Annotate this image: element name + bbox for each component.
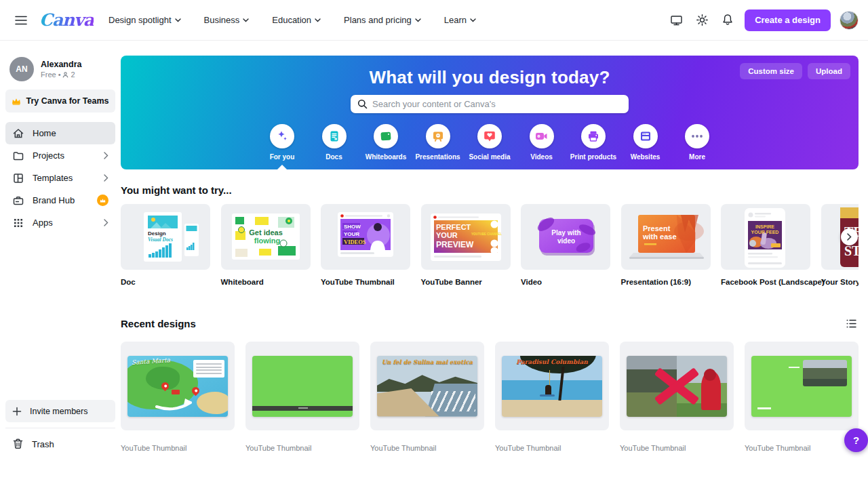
design-thumbnail	[252, 356, 353, 417]
nav-business[interactable]: Business	[204, 15, 250, 25]
category-whiteboards[interactable]: Whiteboards	[360, 124, 412, 161]
recent-design-label: YouTube Thumbnail	[370, 444, 484, 452]
help-button[interactable]: ?	[844, 428, 868, 452]
video-line1: Play with	[551, 229, 580, 237]
banner-line1: PERFECT	[436, 223, 471, 231]
recent-design-3[interactable]: Un fel de Sulina mai exotica	[370, 342, 484, 430]
active-category-indicator	[277, 165, 287, 169]
try-canva-for-teams-button[interactable]: Try Canva for Teams	[5, 89, 115, 113]
recent-design-6[interactable]	[745, 342, 859, 430]
category-docs[interactable]: Docs	[308, 124, 360, 161]
display-icon[interactable]	[669, 13, 684, 28]
user-avatar[interactable]	[840, 11, 859, 30]
category-social-media[interactable]: Social media	[464, 124, 516, 161]
sidebar-item-trash[interactable]: Trash	[5, 434, 115, 454]
chevron-down-icon	[175, 18, 181, 22]
chevron-down-icon	[470, 18, 476, 22]
category-more[interactable]: More	[671, 124, 724, 161]
template-card-label: YouTube Thumbnail	[321, 278, 410, 286]
design-thumbnail	[751, 356, 852, 417]
category-for-you[interactable]: For you	[256, 124, 309, 161]
whiteboard-preview-line2: flowing	[254, 237, 280, 245]
menu-icon[interactable]	[9, 9, 33, 32]
upload-button[interactable]: Upload	[808, 63, 850, 79]
nav-education[interactable]: Education	[272, 15, 321, 25]
recent-design-label: YouTube Thumbnail	[620, 444, 734, 452]
chevron-right-icon	[104, 174, 108, 182]
crown-icon	[12, 98, 21, 105]
home-icon	[12, 127, 24, 140]
crown-icon	[100, 198, 106, 203]
sidebar-item-home[interactable]: Home	[5, 122, 115, 144]
design-thumbnail	[627, 356, 727, 417]
search-icon	[357, 99, 368, 109]
template-card-youtube-thumbnail[interactable]: SHOW YOUR VIDEOS YouTube Thumbnail	[321, 204, 410, 286]
main-content: Custom size Upload What will you design …	[121, 41, 859, 488]
recent-design-5[interactable]	[620, 342, 734, 430]
template-card-whiteboard[interactable]: Get ideas flowing Whiteboard	[221, 204, 311, 286]
category-presentations[interactable]: Presentations	[412, 124, 464, 161]
presentation-line1: Present	[643, 224, 671, 232]
category-websites[interactable]: Websites	[619, 124, 671, 161]
template-card-your-story[interactable]: TELL STORY Your Story	[821, 204, 859, 286]
settings-gear-icon[interactable]	[694, 13, 709, 28]
recent-design-1[interactable]: Santa Marta	[121, 342, 235, 430]
template-card-video[interactable]: Play with video Video	[521, 204, 610, 286]
template-card-label: Your Story	[821, 278, 859, 286]
video-line2: video	[557, 237, 575, 245]
search-input[interactable]	[351, 95, 629, 113]
create-a-design-button[interactable]: Create a design	[745, 9, 831, 31]
briefcase-icon	[12, 195, 24, 207]
design-thumbnail: Un fel de Sulina mai exotica	[377, 356, 477, 417]
chevron-down-icon	[315, 18, 321, 22]
nav-design-spotlight[interactable]: Design spotlight	[108, 15, 181, 25]
recent-design-label: YouTube Thumbnail	[745, 444, 859, 452]
category-print-products[interactable]: Print products	[568, 124, 620, 161]
template-card-doc[interactable]: Design Visual Docs Doc	[121, 204, 210, 286]
nav-learn[interactable]: Learn	[444, 15, 476, 25]
trash-icon	[12, 438, 24, 450]
chevron-right-icon	[104, 152, 108, 159]
template-card-presentation[interactable]: Present with ease Presentation (16:9)	[621, 204, 711, 286]
template-card-facebook-post[interactable]: INSPIRE YOUR FEED Facebook Post (Landsca…	[721, 204, 810, 286]
sidebar-item-brand-hub[interactable]: Brand Hub	[5, 189, 115, 211]
doc-preview-line2: Visual Docs	[148, 237, 173, 243]
recent-design-4[interactable]: Paradisul Columbian	[495, 342, 609, 430]
chevron-down-icon	[415, 18, 421, 22]
doc-preview-line1: Design	[148, 230, 166, 237]
sidebar-item-apps[interactable]: Apps	[5, 211, 115, 234]
nav-plans-and-pricing[interactable]: Plans and pricing	[344, 15, 421, 25]
thumbnail-title: Paradisul Columbian	[502, 359, 602, 365]
template-card-label: Whiteboard	[221, 278, 311, 286]
recent-design-label: YouTube Thumbnail	[121, 444, 235, 452]
chevron-down-icon	[243, 18, 249, 22]
recent-design-label: YouTube Thumbnail	[245, 444, 359, 452]
category-tabs: For you Docs Whiteboards Presentations	[121, 124, 859, 161]
banner-line3: PREVIEW	[436, 240, 474, 249]
design-thumbnail: Paradisul Columbian	[502, 356, 602, 417]
heart-bubble-icon	[484, 130, 496, 142]
recent-designs-heading: Recent designs	[121, 318, 844, 329]
canva-logo[interactable]: Canva	[39, 10, 94, 30]
carousel-next-button[interactable]	[841, 228, 858, 245]
recent-design-2[interactable]	[245, 342, 359, 430]
category-videos[interactable]: Videos	[515, 124, 568, 161]
list-view-icon[interactable]	[844, 316, 859, 331]
notifications-bell-icon[interactable]	[720, 13, 735, 28]
fb-line1: INSPIRE	[755, 224, 774, 229]
template-card-youtube-banner[interactable]: PERFECT YOUR PREVIEW YOUTUBE CHANNEL You…	[421, 204, 511, 286]
invite-members-button[interactable]: Invite members	[5, 400, 115, 422]
folder-icon	[12, 150, 24, 162]
thumbnail-title: Un fel de Sulina mai exotica	[377, 359, 477, 365]
printer-icon	[587, 130, 599, 142]
custom-size-button[interactable]: Custom size	[740, 63, 802, 79]
pro-crown-badge	[97, 195, 108, 206]
try-section-heading: You might want to try...	[121, 184, 859, 196]
sidebar-item-projects[interactable]: Projects	[5, 144, 115, 167]
recent-design-label: YouTube Thumbnail	[495, 444, 609, 452]
chevron-right-icon	[847, 233, 852, 241]
profile-menu[interactable]: AN Alexandra Free • 2	[5, 57, 115, 81]
fb-line2: YOUR FEED	[751, 230, 779, 235]
sidebar-item-templates[interactable]: Templates	[5, 167, 115, 189]
more-dots-icon	[691, 134, 703, 138]
